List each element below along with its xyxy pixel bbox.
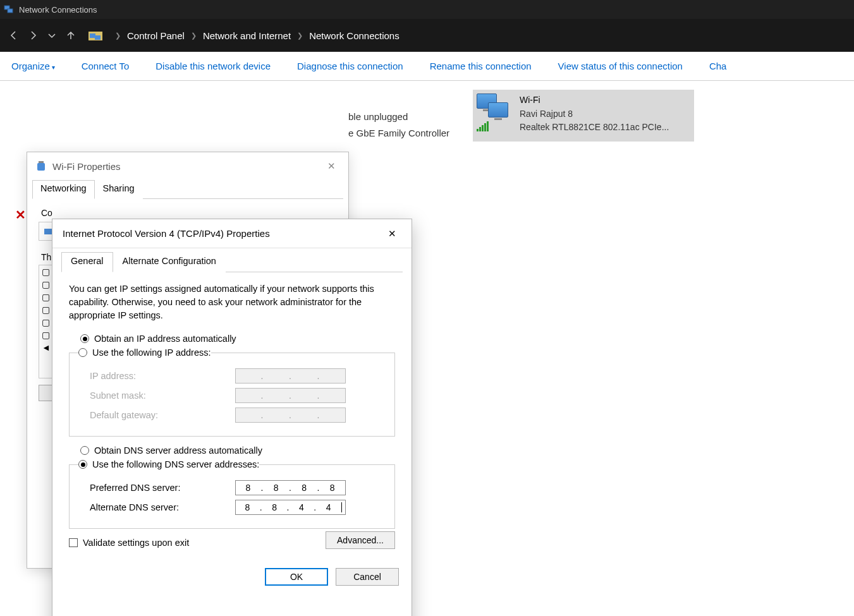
radio-manual-dns[interactable] [78, 460, 87, 469]
radio-auto-ip[interactable] [80, 334, 89, 343]
organize-menu[interactable]: Organize [11, 61, 55, 71]
ethernet-adapter: e GbE Family Controller [348, 128, 449, 138]
network-connections-icon [4, 4, 14, 15]
subnet-mask-input: ... [235, 388, 346, 403]
svg-rect-1 [8, 9, 13, 13]
radio-manual-ip[interactable] [78, 348, 87, 357]
tab-general[interactable]: General [61, 252, 113, 272]
alternate-dns-input[interactable]: 8.8.4.4 [235, 500, 346, 515]
signal-strength-icon [477, 121, 489, 131]
up-button[interactable] [66, 30, 76, 40]
svg-rect-7 [44, 229, 52, 234]
dialog-title: Wi-Fi Properties [52, 161, 121, 172]
ethernet-status: ble unplugged [348, 111, 408, 122]
svg-rect-4 [95, 35, 101, 40]
alternate-dns-label: Alternate DNS server: [90, 502, 235, 512]
cancel-button[interactable]: Cancel [336, 568, 399, 586]
ipv4-properties-dialog: Internet Protocol Version 4 (TCP/IPv4) P… [52, 219, 412, 616]
manual-ip-group: Use the following IP address: IP address… [69, 347, 395, 437]
dialog-title: Internet Protocol Version 4 (TCP/IPv4) P… [63, 228, 270, 239]
advanced-button[interactable]: Advanced... [326, 531, 395, 549]
breadcrumb-separator[interactable]: ❯ [191, 32, 197, 40]
connection-adapter: Realtek RTL8821CE 802.11ac PCIe... [520, 121, 669, 135]
folder-icon [88, 29, 102, 42]
validate-checkbox[interactable] [69, 538, 78, 547]
recent-dropdown[interactable] [47, 30, 57, 40]
connection-name: Wi-Fi [520, 94, 669, 107]
back-button[interactable] [9, 30, 19, 40]
change-settings-button[interactable]: Cha [709, 61, 727, 71]
navbar: ❯ Control Panel ❯ Network and Internet ❯… [0, 19, 854, 52]
connection-ssid: Ravi Rajput 8 [520, 107, 669, 121]
tab-sharing[interactable]: Sharing [95, 180, 143, 199]
connect-using-label: Co [41, 208, 337, 218]
adapter-icon [36, 160, 46, 172]
close-button[interactable]: ✕ [317, 156, 346, 176]
radio-manual-ip-label: Use the following IP address: [92, 347, 211, 358]
validate-checkbox-label: Validate settings upon exit [83, 538, 189, 548]
window-title: Network Connections [19, 5, 97, 15]
radio-manual-dns-label: Use the following DNS server addresses: [92, 459, 259, 469]
svg-rect-6 [37, 163, 45, 171]
toolbar: Organize Connect To Disable this network… [0, 52, 854, 81]
ok-button[interactable]: OK [265, 568, 328, 586]
content-area: ble unplugged e GbE Family Controller ✕ … [0, 81, 854, 616]
ip-address-input: ... [235, 368, 346, 383]
breadcrumb-network-connections[interactable]: Network Connections [309, 30, 400, 41]
description-text: You can get IP settings assigned automat… [69, 282, 395, 322]
connect-to-button[interactable]: Connect To [82, 61, 130, 71]
wifi-adapter-icon [477, 94, 515, 131]
default-gateway-input: ... [235, 408, 346, 423]
subnet-mask-label: Subnet mask: [90, 390, 235, 401]
breadcrumb-separator[interactable]: ❯ [115, 32, 121, 40]
preferred-dns-label: Preferred DNS server: [90, 483, 235, 493]
view-status-button[interactable]: View status of this connection [558, 61, 683, 71]
default-gateway-label: Default gateway: [90, 410, 235, 420]
forward-button[interactable] [28, 30, 38, 40]
connection-wifi[interactable]: Wi-Fi Ravi Rajput 8 Realtek RTL8821CE 80… [473, 90, 694, 142]
text-cursor [341, 502, 342, 512]
diagnose-button[interactable]: Diagnose this connection [297, 61, 403, 71]
breadcrumb-separator[interactable]: ❯ [297, 32, 303, 40]
radio-auto-ip-label: Obtain an IP address automatically [94, 334, 236, 344]
svg-rect-3 [90, 33, 95, 38]
ip-address-label: IP address: [90, 371, 235, 381]
radio-auto-dns-label: Obtain DNS server address automatically [94, 445, 262, 456]
titlebar: Network Connections [0, 0, 854, 19]
preferred-dns-input[interactable]: 8.8.8.8 [235, 480, 346, 495]
manual-dns-group: Use the following DNS server addresses: … [69, 459, 395, 529]
rename-button[interactable]: Rename this connection [430, 61, 532, 71]
breadcrumb-network-internet[interactable]: Network and Internet [203, 30, 291, 41]
disable-device-button[interactable]: Disable this network device [156, 61, 271, 71]
tab-alternate-configuration[interactable]: Alternate Configuration [113, 252, 226, 272]
svg-rect-5 [39, 161, 44, 163]
breadcrumb-control-panel[interactable]: Control Panel [127, 30, 185, 41]
radio-auto-dns[interactable] [80, 446, 89, 455]
close-button[interactable]: ✕ [377, 224, 406, 243]
tab-networking[interactable]: Networking [32, 180, 95, 199]
disabled-x-icon: ✕ [15, 207, 26, 222]
